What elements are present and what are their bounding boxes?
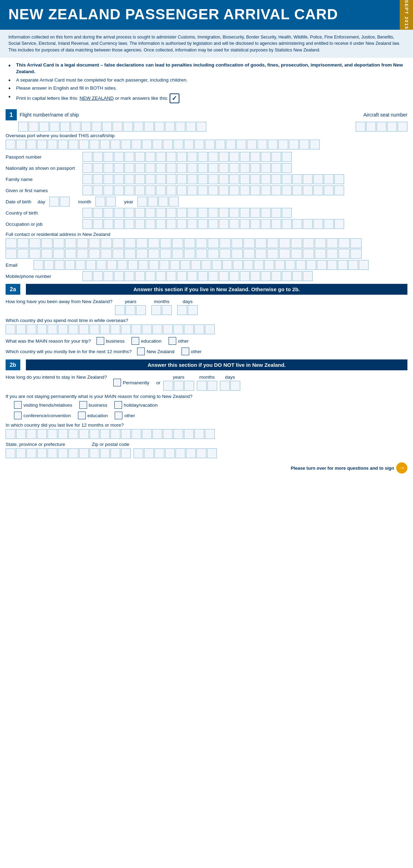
family-name-cell[interactable] [83,174,92,184]
family-name-cell[interactable] [156,174,166,184]
country-birth-cell[interactable] [271,208,281,218]
most-country-cell[interactable] [6,324,15,334]
address-cell[interactable] [113,238,124,248]
occupation-cell[interactable] [166,219,176,229]
last-live-cell[interactable] [58,429,68,439]
occupation-cell[interactable] [114,219,124,229]
address-cell[interactable] [89,238,100,248]
given-names-cell[interactable] [229,186,239,195]
email-cell[interactable] [118,260,127,270]
nationality-cell[interactable] [250,163,260,173]
family-name-cell[interactable] [135,174,145,184]
intend-years-cell[interactable] [174,381,184,391]
overseas-cell[interactable] [48,140,57,149]
address-cell[interactable] [17,249,29,259]
address-cell[interactable] [113,249,124,259]
nationality-cell[interactable] [177,163,187,173]
nationality-cell[interactable] [104,163,113,173]
flight-cell[interactable] [102,122,112,132]
occupation-cell[interactable] [271,219,281,229]
occupation-cell[interactable] [240,219,250,229]
address-cell[interactable] [172,249,183,259]
email-cell[interactable] [170,260,180,270]
address-cell[interactable] [243,238,255,248]
address-cell[interactable] [29,249,41,259]
state-cell[interactable] [27,448,36,458]
most-country-cell[interactable] [79,324,89,334]
flight-cell[interactable] [50,122,59,132]
address-cell[interactable] [232,249,243,259]
zip-cell[interactable] [207,448,217,458]
family-name-cell[interactable] [334,174,344,184]
phone-cell[interactable] [282,271,292,281]
most-country-cell[interactable] [194,324,204,334]
occupation-cell[interactable] [156,219,166,229]
given-names-cell[interactable] [324,186,334,195]
address-cell[interactable] [65,238,76,248]
country-birth-cell[interactable] [198,208,208,218]
overseas-cell[interactable] [58,140,68,149]
passport-cell[interactable] [114,152,124,162]
most-country-cell[interactable] [100,324,110,334]
flight-cell[interactable] [176,122,185,132]
country-birth-cell[interactable] [124,208,134,218]
zip-cell[interactable] [134,448,143,458]
email-cell[interactable] [254,260,264,270]
email-cell[interactable] [86,260,96,270]
phone-cell[interactable] [145,271,155,281]
flight-cell[interactable] [71,122,80,132]
address-cell[interactable] [77,249,88,259]
visiting-friends-checkbox[interactable] [14,401,22,409]
state-cell[interactable] [100,448,110,458]
email-cell[interactable] [306,260,316,270]
away-months-cell[interactable] [151,305,161,315]
passport-cell[interactable] [250,152,260,162]
most-country-cell[interactable] [142,324,152,334]
given-names-cell[interactable] [124,186,134,195]
state-cell[interactable] [69,448,78,458]
address-cell[interactable] [339,249,350,259]
given-names-cell[interactable] [187,186,197,195]
occupation-cell[interactable] [177,219,187,229]
overseas-cell[interactable] [27,140,36,149]
email-cell[interactable] [34,260,43,270]
dob-year-cell[interactable] [169,197,179,206]
last-live-cell[interactable] [163,429,173,439]
passport-cell[interactable] [124,152,134,162]
last-live-cell[interactable] [69,429,78,439]
family-name-cell[interactable] [229,174,239,184]
address-cell[interactable] [124,238,136,248]
address-cell[interactable] [101,238,112,248]
address-cell[interactable] [196,238,207,248]
nationality-cell[interactable] [156,163,166,173]
most-country-cell[interactable] [58,324,68,334]
email-cell[interactable] [138,260,148,270]
country-birth-cell[interactable] [240,208,250,218]
country-birth-cell[interactable] [166,208,176,218]
overseas-cell[interactable] [90,140,99,149]
overseas-cell[interactable] [100,140,110,149]
most-country-cell[interactable] [205,324,215,334]
email-cell[interactable] [201,260,211,270]
address-cell[interactable] [255,238,266,248]
address-cell[interactable] [232,238,243,248]
nationality-cell[interactable] [135,163,145,173]
overseas-cell[interactable] [79,140,89,149]
nationality-cell[interactable] [93,163,103,173]
2b-business-checkbox[interactable] [79,401,87,409]
nationality-cell[interactable] [124,163,134,173]
address-cell[interactable] [279,238,290,248]
state-cell[interactable] [79,448,89,458]
address-cell[interactable] [339,238,350,248]
nationality-cell[interactable] [187,163,197,173]
email-cell[interactable] [222,260,232,270]
overseas-cell[interactable] [6,140,15,149]
email-cell[interactable] [348,260,358,270]
conference-checkbox[interactable] [14,412,22,419]
last-live-cell[interactable] [152,429,162,439]
state-cell[interactable] [48,448,57,458]
address-cell[interactable] [124,249,136,259]
country-birth-cell[interactable] [229,208,239,218]
phone-cell[interactable] [93,271,103,281]
flight-cell[interactable] [155,122,164,132]
